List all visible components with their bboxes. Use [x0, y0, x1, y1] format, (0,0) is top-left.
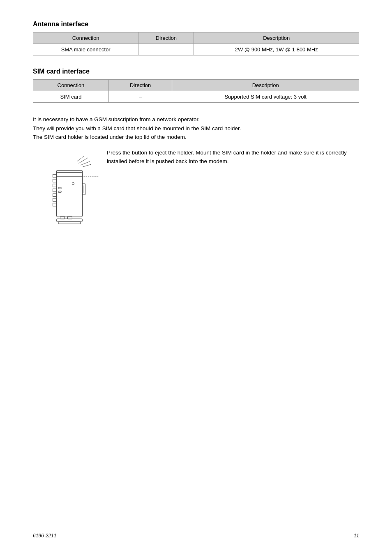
antenna-col-direction: Direction	[138, 32, 194, 44]
svg-rect-1	[57, 170, 83, 176]
footer-page-number: 11	[354, 533, 359, 539]
sim-body-line-3: The SIM card holder is located under the…	[33, 134, 187, 140]
svg-rect-5	[53, 189, 57, 191]
svg-rect-12	[58, 187, 61, 189]
sim-title: SIM card interface	[33, 68, 359, 75]
sim-col-direction: Direction	[108, 80, 172, 91]
sim-table: Connection Direction Description SIM car…	[33, 79, 359, 103]
sim-body-line-2: They will provide you with a SIM card th…	[33, 125, 241, 131]
sim-section: SIM card interface Connection Direction …	[33, 68, 359, 226]
sim-illustration-section: Press the button to eject the holder. Mo…	[33, 148, 359, 226]
antenna-col-description: Description	[194, 32, 359, 44]
svg-rect-0	[57, 173, 83, 217]
sim-press-text: Press the button to eject the holder. Mo…	[107, 148, 359, 166]
sim-cell-description-1: Supported SIM card voltage: 3 volt	[172, 91, 359, 103]
page-content: Antenna interface Connection Direction D…	[0, 0, 392, 250]
antenna-cell-connection-1: SMA male connector	[33, 44, 138, 55]
antenna-section: Antenna interface Connection Direction D…	[33, 21, 359, 55]
svg-line-17	[83, 164, 91, 167]
svg-rect-4	[53, 184, 57, 187]
sim-col-description: Description	[172, 80, 359, 91]
sim-cell-direction-1: –	[108, 91, 172, 103]
svg-rect-6	[53, 193, 57, 196]
sim-col-connection: Connection	[33, 80, 109, 91]
svg-rect-3	[53, 179, 57, 182]
svg-rect-7	[53, 198, 57, 201]
antenna-title: Antenna interface	[33, 21, 359, 28]
sim-body-text: It is necessary to have a GSM subscripti…	[33, 115, 359, 142]
sim-body-line-1: It is necessary to have a GSM subscripti…	[33, 116, 200, 122]
sim-cell-connection-1: SIM card	[33, 91, 109, 103]
svg-point-11	[72, 182, 74, 184]
modem-image	[33, 150, 99, 226]
antenna-cell-description-1: 2W @ 900 MHz, 1W @ 1 800 MHz	[194, 44, 359, 55]
svg-line-16	[81, 161, 90, 165]
svg-rect-13	[58, 191, 61, 193]
modem-svg-illustration	[33, 150, 99, 224]
antenna-row-1: SMA male connector – 2W @ 900 MHz, 1W @ …	[33, 44, 359, 55]
footer-doc-number: 6196-2211	[33, 533, 56, 539]
footer: 6196-2211 11	[33, 533, 359, 539]
antenna-col-connection: Connection	[33, 32, 138, 44]
svg-rect-20	[58, 221, 81, 223]
svg-line-15	[79, 158, 88, 164]
antenna-table: Connection Direction Description SMA mal…	[33, 32, 359, 55]
svg-rect-8	[53, 203, 57, 206]
antenna-cell-direction-1: –	[138, 44, 194, 55]
sim-row-1: SIM card – Supported SIM card voltage: 3…	[33, 91, 359, 103]
svg-rect-2	[53, 174, 57, 177]
